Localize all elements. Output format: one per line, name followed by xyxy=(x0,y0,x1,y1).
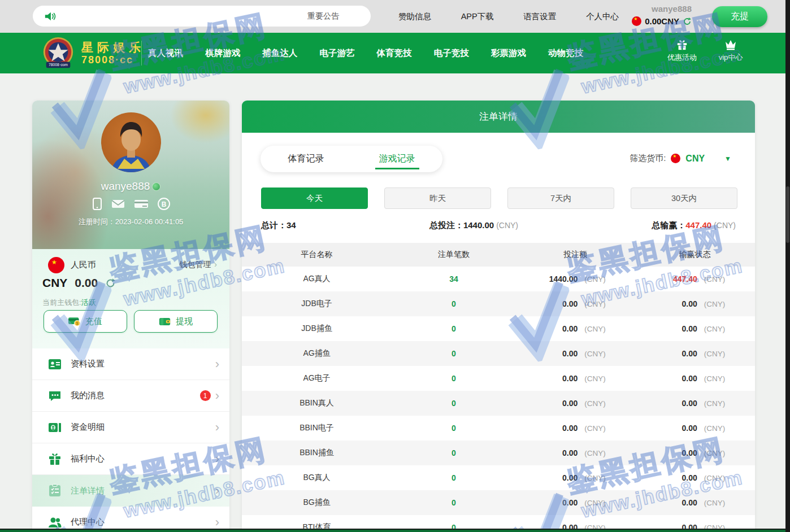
top-link-sponsor[interactable]: 赞助信息 xyxy=(398,11,431,22)
deposit-withdraw-button[interactable]: 充提 xyxy=(712,6,767,27)
scrollbar[interactable] xyxy=(785,0,790,532)
site-logo[interactable]: 78008·com 星际娱乐 78008·cc xyxy=(41,36,145,71)
table-row: AG捕鱼0 0.00(CNY) 0.00(CNY) xyxy=(242,341,755,366)
nav-divider xyxy=(141,41,142,66)
table-row: JDB电子0 0.00(CNY) 0.00(CNY) xyxy=(242,291,755,316)
wallet-card: 人民币 钱包管理› CNY 0.00 当前主钱包:活跃 $ 充值 提现 xyxy=(32,249,229,348)
table-row: BG真人0 0.00(CNY) 0.00(CNY) xyxy=(242,465,755,490)
deposit-button[interactable]: $ 充值 xyxy=(44,310,127,333)
chevron-right-icon: › xyxy=(215,485,219,497)
email-icon[interactable] xyxy=(111,198,125,210)
profile-username: wanye888 xyxy=(101,180,150,192)
sidebar-item-funds-detail[interactable]: 资金明细› xyxy=(32,412,229,443)
withdraw-button[interactable]: 提现 xyxy=(134,310,218,333)
table-row: BBIN真人0 0.00(CNY) 0.00(CNY) xyxy=(242,391,755,416)
currency-name: 人民币 xyxy=(71,260,96,271)
svg-text:$: $ xyxy=(76,321,79,326)
chevron-right-icon: › xyxy=(215,390,219,402)
chat-icon xyxy=(48,389,62,403)
tab-sports-records[interactable]: 体育记录 xyxy=(261,146,351,172)
table-row: BG捕鱼0 0.00(CNY) 0.00(CNY) xyxy=(242,490,755,515)
nav-item-esports[interactable]: 电子竞技 xyxy=(434,47,469,59)
bank-card-icon[interactable] xyxy=(134,198,149,210)
crypto-icon[interactable]: B xyxy=(158,198,170,210)
chevron-right-icon: › xyxy=(215,453,219,465)
currency-filter[interactable]: 筛选货币: CNY ▼ xyxy=(630,153,731,164)
top-link-app-download[interactable]: APP下载 xyxy=(461,11,494,22)
date-filter-30days[interactable]: 30天内 xyxy=(631,187,737,209)
platform-table: 平台名称 注单笔数 投注额 输赢状态 AG真人34 1440.00(CNY) 4… xyxy=(242,243,755,532)
svg-text:B: B xyxy=(161,200,166,208)
nav-promotions[interactable]: 优惠活动 xyxy=(659,38,705,63)
avatar xyxy=(101,112,161,172)
cny-flag-icon xyxy=(632,16,641,26)
date-filters: 今天 昨天 7天内 30天内 xyxy=(261,187,737,209)
sidebar-item-bet-details[interactable]: 注单详情› xyxy=(32,475,229,507)
footer-edge xyxy=(0,529,785,532)
sidebar-item-welfare-center[interactable]: 福利中心› xyxy=(32,443,229,475)
wallet-status: 当前主钱包:活跃 xyxy=(42,298,96,308)
currency-filter-value: CNY xyxy=(685,154,705,164)
bet-details-panel: 注单详情 体育记录 游戏记录 筛选货币: CNY ▼ 今天 昨天 7天内 30天… xyxy=(242,101,755,532)
table-row: JDB捕鱼0 0.00(CNY) 0.00(CNY) xyxy=(242,316,755,341)
nav-item-lottery[interactable]: 彩票游戏 xyxy=(491,47,526,59)
gift-box-icon xyxy=(48,452,62,466)
date-filter-7days[interactable]: 7天内 xyxy=(507,187,614,209)
date-filter-yesterday[interactable]: 昨天 xyxy=(384,187,491,209)
table-row: BBIN捕鱼0 0.00(CNY) 0.00(CNY) xyxy=(242,441,755,465)
wallet-amount: 0.00 xyxy=(75,276,98,290)
summary-win-loss: 总输赢：447.40(CNY) xyxy=(652,220,736,231)
nav-vip-label: vip中心 xyxy=(719,53,743,63)
top-link-language[interactable]: 语言设置 xyxy=(523,11,556,22)
sidebar-item-profile-settings[interactable]: 资料设置› xyxy=(32,348,229,380)
table-header: 平台名称 注单笔数 投注额 输赢状态 xyxy=(242,243,755,267)
tab-game-records[interactable]: 游戏记录 xyxy=(351,146,442,172)
announcement-label: 重要公告 xyxy=(307,11,339,21)
nav-items: 真人视讯 棋牌游戏 捕鱼达人 电子游艺 体育竞技 电子竞技 彩票游戏 动物竞技 xyxy=(148,33,583,73)
logo-title: 星际娱乐 xyxy=(81,41,145,54)
wallet-status-value: 活跃 xyxy=(81,298,96,307)
chevron-right-icon: › xyxy=(215,516,219,529)
record-tabs: 体育记录 游戏记录 xyxy=(261,146,442,172)
wallet-manage-link[interactable]: 钱包管理› xyxy=(179,260,217,270)
gift-icon xyxy=(676,38,688,51)
top-links: 赞助信息 APP下载 语言设置 个人中心 xyxy=(398,0,619,33)
account-summary: wanye888 0.00CNY xyxy=(632,3,692,26)
unread-badge: 1 xyxy=(200,390,211,401)
sidebar: wanye888 B 注册时间：2023-02-06 00:41:05 人民币 … xyxy=(32,101,229,532)
summary-total: 总计：34 xyxy=(261,220,296,231)
topbar-balance: 0.00CNY xyxy=(645,16,679,26)
id-card-icon xyxy=(48,357,62,371)
speaker-icon xyxy=(44,11,57,22)
table-row: AG电子0 0.00(CNY) 0.00(CNY) xyxy=(242,366,755,391)
chevron-down-icon: ▼ xyxy=(724,155,731,163)
money-icon xyxy=(48,421,62,434)
wallet-refresh-icon[interactable] xyxy=(105,278,116,289)
nav-item-sports[interactable]: 体育竞技 xyxy=(377,47,412,59)
contact-icons: B xyxy=(32,198,229,210)
topbar-username: wanye888 xyxy=(632,3,692,15)
phone-icon[interactable] xyxy=(92,198,102,210)
table-row: AG真人34 1440.00(CNY) 447.40(CNY) xyxy=(242,267,755,291)
clipboard-checklist-icon xyxy=(48,484,62,498)
nav-item-slots[interactable]: 电子游艺 xyxy=(319,47,354,59)
currency-filter-label: 筛选货币: xyxy=(630,153,666,164)
panel-title: 注单详情 xyxy=(242,101,755,133)
top-link-personal-center[interactable]: 个人中心 xyxy=(586,11,619,22)
summary-row: 总计：34 总投注：1440.00(CNY) 总输赢：447.40(CNY) xyxy=(242,220,755,231)
logo-badge-text: 78008·com xyxy=(49,63,68,67)
sidebar-item-messages[interactable]: 我的消息 1 › xyxy=(32,380,229,412)
deposit-card-icon: $ xyxy=(68,317,81,326)
logo-badge-icon: 78008·com xyxy=(41,36,76,71)
nav-item-board-games[interactable]: 棋牌游戏 xyxy=(205,47,240,59)
chevron-right-icon: › xyxy=(215,358,219,370)
nav-item-fishing[interactable]: 捕鱼达人 xyxy=(262,47,297,59)
refresh-balance-icon[interactable] xyxy=(683,17,692,26)
date-filter-today[interactable]: 今天 xyxy=(261,187,368,209)
coin-badge-icon xyxy=(152,182,160,191)
scrollbar-thumb[interactable] xyxy=(786,186,789,243)
nav-item-live-casino[interactable]: 真人视讯 xyxy=(148,47,183,59)
nav-vip-center[interactable]: vip中心 xyxy=(708,38,753,63)
nav-item-animal-games[interactable]: 动物竞技 xyxy=(548,47,583,59)
withdraw-wallet-icon xyxy=(159,317,171,326)
